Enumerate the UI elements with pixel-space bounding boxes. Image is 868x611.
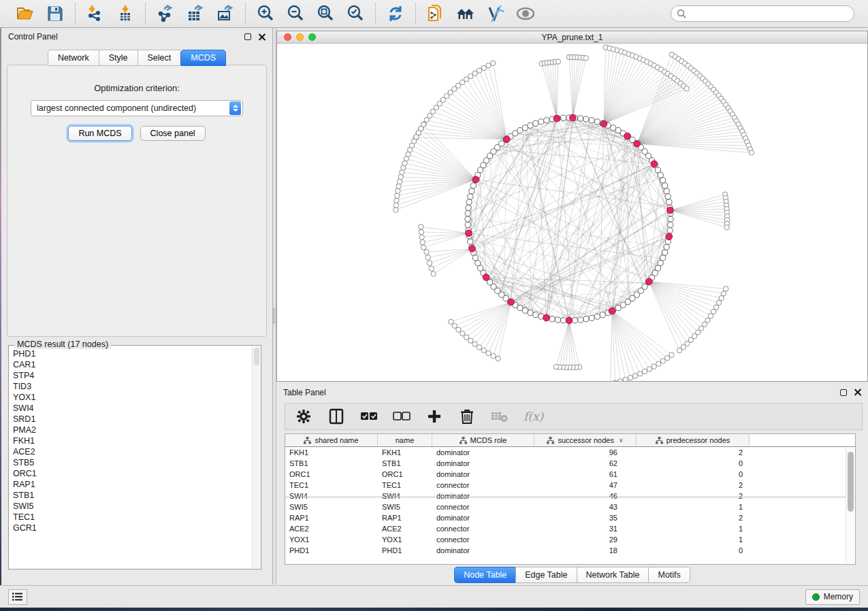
mcds-hub-node[interactable] <box>609 308 615 314</box>
network-node[interactable] <box>656 361 661 366</box>
network-node[interactable] <box>721 291 726 296</box>
network-node[interactable] <box>424 250 429 254</box>
search-input[interactable] <box>690 9 848 18</box>
scrollbar-thumb[interactable] <box>254 348 259 365</box>
network-node[interactable] <box>660 178 666 183</box>
mcds-node-item[interactable]: PHD1 <box>13 348 251 359</box>
network-node[interactable] <box>465 211 470 216</box>
mcds-hub-node[interactable] <box>472 176 479 183</box>
network-node[interactable] <box>396 184 401 188</box>
tab-motifs[interactable]: Motifs <box>648 567 690 583</box>
network-node[interactable] <box>393 203 398 208</box>
network-node[interactable] <box>427 261 432 265</box>
column-header-predecessor-nodes[interactable]: predecessor nodes <box>637 434 750 446</box>
tab-network[interactable]: Network <box>48 50 99 66</box>
tab-network-table[interactable]: Network Table <box>577 567 649 583</box>
network-node[interactable] <box>600 312 605 318</box>
table-row[interactable]: SWI5SWI5connector431 <box>285 501 855 512</box>
mcds-hub-node[interactable] <box>651 161 658 167</box>
network-node[interactable] <box>652 364 656 369</box>
network-node[interactable] <box>583 116 589 122</box>
network-node[interactable] <box>724 286 728 291</box>
network-node[interactable] <box>419 229 423 234</box>
network-node[interactable] <box>522 125 528 131</box>
network-node[interactable] <box>419 225 423 229</box>
network-node[interactable] <box>398 174 403 179</box>
network-node[interactable] <box>491 353 496 358</box>
network-node[interactable] <box>464 335 468 340</box>
network-node[interactable] <box>613 380 617 381</box>
network-node[interactable] <box>583 56 588 61</box>
table-row[interactable]: RAP1RAP1dominator352 <box>285 512 855 523</box>
mcds-hub-node[interactable] <box>600 120 607 127</box>
network-node[interactable] <box>533 120 539 126</box>
mcds-node-item[interactable]: SWI4 <box>13 403 251 414</box>
network-node[interactable] <box>472 342 477 346</box>
scrollbar-thumb[interactable] <box>848 452 854 512</box>
network-node[interactable] <box>396 188 400 193</box>
show-hide-panel-eye-icon[interactable] <box>515 3 536 24</box>
mcds-node-item[interactable]: ACE2 <box>13 446 251 457</box>
task-history-button[interactable] <box>8 589 27 605</box>
network-node[interactable] <box>666 199 672 205</box>
network-node[interactable] <box>469 188 475 194</box>
network-node[interactable] <box>662 250 668 255</box>
zoom-in-icon[interactable] <box>255 3 276 24</box>
zoom-out-icon[interactable] <box>285 3 306 24</box>
mcds-node-item[interactable]: SRD1 <box>13 414 251 425</box>
network-node[interactable] <box>572 318 577 323</box>
network-node[interactable] <box>491 61 496 65</box>
network-node[interactable] <box>665 356 670 361</box>
mcds-hub-node[interactable] <box>566 317 573 324</box>
network-window-titlebar[interactable]: YPA_prune.txt_1 <box>277 31 867 44</box>
mcds-hub-node[interactable] <box>553 115 560 122</box>
network-node[interactable] <box>578 317 583 323</box>
network-node[interactable] <box>749 150 754 155</box>
mcds-list-scrollbar[interactable] <box>252 346 260 568</box>
export-image-icon[interactable] <box>215 3 236 24</box>
network-node[interactable] <box>517 127 523 133</box>
table-row[interactable]: STB1STB1dominator620 <box>285 458 855 469</box>
network-node[interactable] <box>664 244 669 250</box>
close-panel-icon[interactable] <box>854 389 861 396</box>
network-node[interactable] <box>431 271 436 276</box>
network-node[interactable] <box>719 296 724 301</box>
tab-mcds[interactable]: MCDS <box>180 50 226 66</box>
network-node[interactable] <box>561 115 566 120</box>
mcds-hub-node[interactable] <box>624 133 631 139</box>
tab-edge-table[interactable]: Edge Table <box>515 567 576 583</box>
mcds-node-item[interactable]: RAP1 <box>13 479 251 490</box>
network-node[interactable] <box>470 183 476 188</box>
table-row[interactable]: YOX1YOX1connector291 <box>285 534 855 545</box>
mcds-hub-node[interactable] <box>666 233 673 240</box>
network-node[interactable] <box>628 376 632 380</box>
network-node[interactable] <box>468 338 473 343</box>
network-node[interactable] <box>449 319 453 324</box>
network-node[interactable] <box>528 310 533 316</box>
mcds-hub-node[interactable] <box>634 140 641 147</box>
network-node[interactable] <box>647 367 652 371</box>
table-row[interactable]: PHD1PHD1dominator180 <box>285 545 855 556</box>
network-node[interactable] <box>472 255 478 261</box>
show-column-panel-icon[interactable] <box>327 408 345 425</box>
mcds-node-item[interactable]: ORC1 <box>13 468 251 479</box>
network-node[interactable] <box>658 261 663 266</box>
network-node[interactable] <box>583 316 589 322</box>
network-node[interactable] <box>549 316 555 322</box>
network-node[interactable] <box>475 261 481 266</box>
delete-row-icon[interactable] <box>458 408 476 425</box>
export-network-icon[interactable] <box>155 3 176 24</box>
network-canvas[interactable] <box>277 44 867 381</box>
network-node[interactable] <box>477 345 481 350</box>
table-row[interactable]: TEC1TEC1connector472 <box>285 480 855 491</box>
network-node[interactable] <box>466 199 472 205</box>
network-node[interactable] <box>664 188 669 194</box>
tab-style[interactable]: Style <box>99 50 138 66</box>
mcds-hub-node[interactable] <box>503 136 510 143</box>
network-node[interactable] <box>456 327 461 332</box>
network-node[interactable] <box>465 216 470 222</box>
network-node[interactable] <box>400 170 404 175</box>
network-node[interactable] <box>481 65 486 70</box>
return-home-icon[interactable] <box>455 3 476 24</box>
network-node[interactable] <box>468 194 473 199</box>
